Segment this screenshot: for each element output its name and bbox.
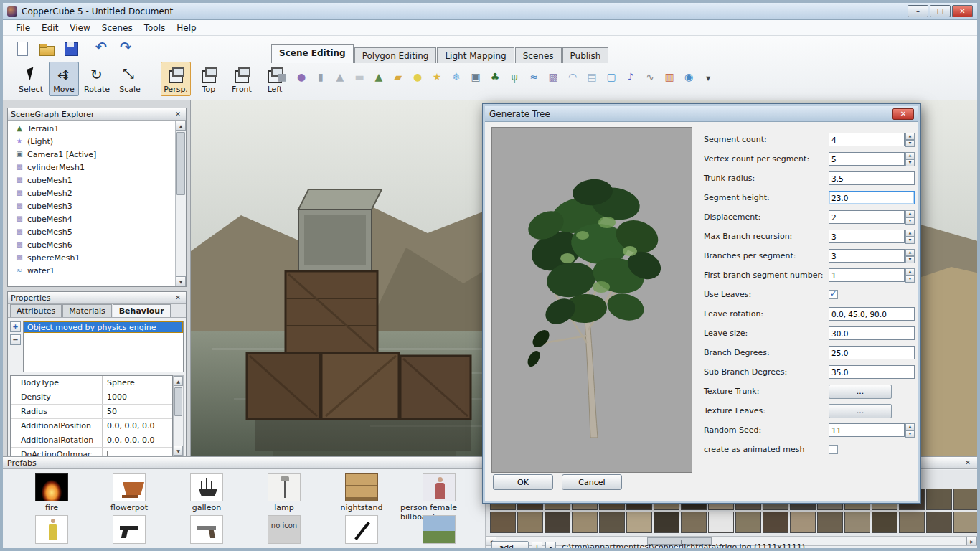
texture-thumbnail[interactable] [654, 512, 679, 533]
spinner-up-icon[interactable] [905, 133, 915, 140]
particles-icon[interactable] [450, 70, 463, 83]
scene-node[interactable]: cubeMesh5 [8, 225, 175, 238]
param-input[interactable] [829, 249, 905, 263]
spinner-down-icon[interactable] [905, 237, 915, 244]
property-value[interactable]: Sphere [103, 376, 172, 390]
view-button[interactable]: Top [194, 62, 224, 96]
mode-button[interactable]: Select [16, 62, 46, 96]
billboard-icon[interactable] [585, 70, 598, 83]
spinner-buttons[interactable] [905, 423, 915, 437]
prefab-item[interactable]: fire [13, 470, 90, 512]
menu-item[interactable]: Help [171, 21, 202, 35]
terrain-icon[interactable] [372, 70, 385, 83]
scene-node[interactable]: (Light) [8, 135, 175, 148]
grass-icon[interactable] [508, 70, 521, 83]
param-input[interactable] [829, 230, 905, 243]
spinner-buttons[interactable] [905, 249, 915, 263]
save-icon[interactable] [63, 41, 79, 57]
property-value[interactable] [103, 448, 172, 456]
cone-icon[interactable] [334, 70, 347, 83]
maximize-button[interactable] [930, 5, 951, 17]
scene-node[interactable]: Camera1 [Active] [8, 148, 175, 161]
properties-tab[interactable]: Materials [62, 304, 111, 317]
menu-item[interactable]: Scenes [96, 21, 138, 35]
spinner-up-icon[interactable] [905, 210, 915, 217]
prefab-item[interactable] [13, 512, 90, 548]
spinner-up-icon[interactable] [905, 230, 915, 237]
properties-scrollbar[interactable] [173, 375, 184, 456]
property-row[interactable]: DoActionOnImpac [11, 448, 172, 456]
param-checkbox[interactable] [829, 290, 838, 299]
2d-overlay-icon[interactable] [663, 70, 676, 83]
prefab-item[interactable]: nightstand [323, 470, 400, 512]
scene-node[interactable]: cubeMesh6 [8, 238, 175, 251]
add-behaviour-button[interactable] [10, 321, 21, 332]
scene-node[interactable]: sphereMesh1 [8, 251, 175, 264]
panel-close-icon[interactable] [173, 293, 183, 302]
spinner-up-icon[interactable] [905, 268, 915, 276]
param-input[interactable] [829, 307, 915, 321]
spinner-buttons[interactable] [905, 152, 915, 166]
param-input[interactable] [829, 152, 905, 166]
texture-thumbnail[interactable] [626, 512, 652, 533]
lightbulb-icon[interactable] [411, 70, 424, 83]
param-input[interactable] [829, 423, 905, 437]
property-row[interactable]: AdditionalRotation 0.0, 0.0, 0.0 [11, 433, 172, 448]
zoom-in-button[interactable]: + [532, 542, 542, 551]
view-button[interactable]: Persp. [161, 62, 191, 96]
texture-thumbnail[interactable] [735, 512, 761, 533]
dialog-title-bar[interactable]: Generate Tree [485, 106, 918, 122]
selected-behaviour[interactable]: Object moved by physics engine [24, 321, 183, 333]
prefab-item[interactable]: flowerpot [90, 470, 168, 512]
properties-tab[interactable]: Attributes [10, 304, 62, 317]
scene-node[interactable]: cubeMesh4 [8, 212, 175, 225]
spinner-up-icon[interactable] [905, 423, 915, 430]
tab[interactable]: Publish [562, 47, 609, 63]
scene-node[interactable]: water1 [8, 264, 175, 277]
texture-thumbnail[interactable] [926, 512, 952, 533]
view-button[interactable]: Front [227, 62, 257, 96]
texture-thumbnail[interactable] [572, 512, 598, 533]
plane-icon[interactable] [353, 70, 366, 83]
texture-thumbnail[interactable] [681, 512, 707, 533]
mode-button[interactable]: Scale [115, 62, 145, 96]
sphere-icon[interactable] [295, 70, 308, 83]
texture-thumbnail[interactable] [899, 512, 925, 533]
texture-thumbnail[interactable] [599, 512, 625, 533]
texture-thumbnail[interactable] [708, 512, 734, 533]
texture-thumbnail[interactable] [763, 512, 788, 533]
menu-item[interactable]: Edit [36, 21, 64, 35]
spinner-buttons[interactable] [905, 210, 915, 224]
close-button[interactable] [952, 5, 973, 17]
property-row[interactable]: AdditionalPosition 0.0, 0.0, 0.0 [11, 419, 172, 433]
tab[interactable]: Light Mapping [437, 47, 514, 63]
texture-thumbnail[interactable] [490, 512, 516, 533]
spinner-down-icon[interactable] [905, 159, 915, 166]
new-document-icon[interactable] [14, 41, 30, 57]
property-value[interactable]: 1000 [103, 390, 172, 404]
property-value[interactable]: 0.0, 0.0, 0.0 [103, 419, 172, 433]
remove-behaviour-button[interactable] [10, 334, 21, 345]
panel-close-icon[interactable] [173, 110, 183, 118]
param-input[interactable] [829, 365, 915, 379]
camera-icon[interactable] [469, 70, 482, 83]
spinner-down-icon[interactable] [905, 276, 915, 283]
texture-thumbnail[interactable] [790, 512, 816, 533]
scene-node[interactable]: Terrain1 [8, 122, 175, 135]
scroll-right-icon[interactable] [966, 537, 977, 545]
tab[interactable]: Scenes [515, 47, 562, 63]
property-row[interactable]: BodyType Sphere [11, 376, 172, 390]
texture-thumbnail[interactable] [953, 512, 979, 533]
cube-icon[interactable] [275, 70, 288, 83]
menu-item[interactable]: Tools [138, 21, 171, 35]
param-checkbox[interactable] [829, 445, 838, 454]
texture-thumbnail[interactable] [926, 489, 952, 510]
folder-icon[interactable] [392, 70, 405, 83]
prefab-item[interactable]: lamp [245, 470, 323, 512]
prefab-item[interactable]: galleon [168, 470, 245, 512]
zoom-out-button[interactable]: - [545, 542, 556, 551]
redo-icon[interactable] [119, 41, 135, 57]
texture-browse-button[interactable]: ... [829, 404, 892, 418]
spinner-up-icon[interactable] [905, 249, 915, 256]
prefab-item[interactable]: person female billboard [400, 470, 478, 512]
